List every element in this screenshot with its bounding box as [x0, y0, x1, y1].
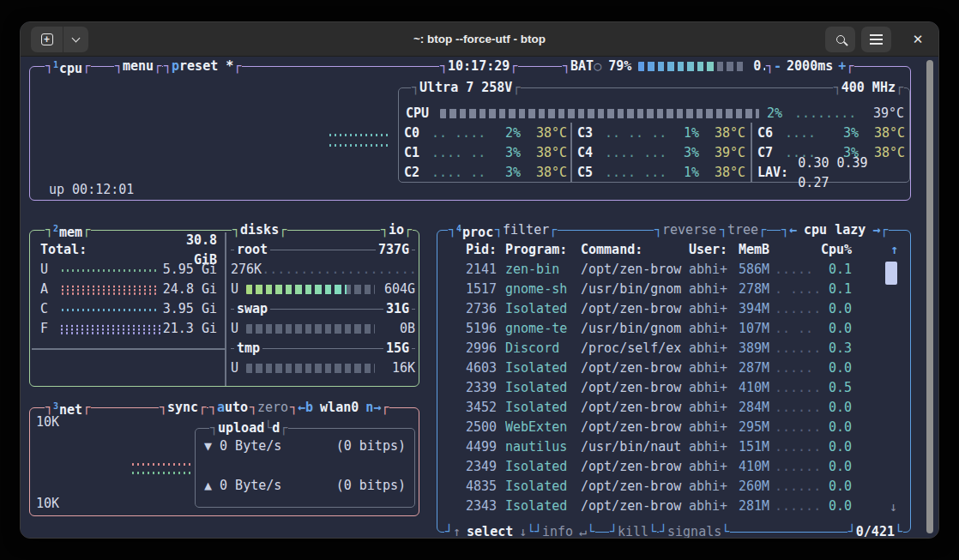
- proc-table: 2141 zen-bin /opt/zen-brow abhi+ 586M ..…: [437, 260, 901, 516]
- core-row: C1.... .... 3%38°C: [404, 143, 567, 163]
- menu-button[interactable]: [861, 27, 891, 52]
- window-title: ~: btop --force-utf - btop: [21, 22, 938, 57]
- mem-free-row: F 21.3 Gi: [40, 319, 217, 339]
- proc-signals-button[interactable]: signals: [659, 522, 730, 539]
- more-below-arrow: ↓: [890, 497, 897, 517]
- process-row[interactable]: 2339 Isolated /opt/zen-brow abhi+ 410M .…: [437, 378, 901, 398]
- cpu-box-label[interactable]: 1cpu: [45, 57, 91, 76]
- core-row: C3.. .. .... 1%38°C: [577, 123, 745, 143]
- cpu-graph: [328, 143, 391, 148]
- net-sync-toggle[interactable]: sync: [159, 398, 207, 418]
- core-row: C6.... ... 3%38°C: [757, 123, 905, 143]
- net-scale-top: 10K: [36, 412, 59, 432]
- mem-cached-graph: [60, 308, 159, 311]
- process-row[interactable]: 2996 Discord /proc/self/ex abhi+ 389M ..…: [437, 339, 901, 358]
- mem-box-label[interactable]: 2mem: [45, 220, 91, 240]
- cpu-box: 1cpu menu preset * 10:17:29 BAT○ 79% 0.0…: [29, 66, 911, 201]
- preset-button[interactable]: preset *: [163, 57, 242, 76]
- process-row[interactable]: 5196 gnome-te /usr/bin/gnom abhi+ 107M .…: [437, 319, 901, 339]
- divider: [751, 123, 752, 182]
- proc-box: 4proc filter reverse tree ← cpu lazy → P…: [437, 230, 911, 533]
- terminal-window: + ~: btop --force-utf - btop ✕ 1cpu menu…: [20, 21, 939, 539]
- proc-info-button[interactable]: info ↵: [534, 522, 595, 539]
- menu-button-btop[interactable]: menu: [114, 57, 162, 76]
- cpu-usage-bar: [440, 109, 759, 118]
- refresh-rate-control[interactable]: - 2000ms +: [765, 57, 854, 76]
- cpu-model-label: Ultra 7 258V: [411, 78, 521, 98]
- disks-label[interactable]: disks: [232, 220, 287, 240]
- mem-total-row: Total: 30.8 GiB: [40, 240, 217, 260]
- terminal-scrollbar[interactable]: [926, 60, 933, 533]
- titlebar: + ~: btop --force-utf - btop ✕: [21, 22, 938, 57]
- mem-box: 2mem disks io Total: 30.8 GiB U 5.95 Gi …: [29, 230, 419, 387]
- battery-bar: [638, 62, 746, 71]
- process-row[interactable]: 2736 Isolated /opt/zen-brow abhi+ 394M .…: [437, 299, 901, 319]
- load-average-row: LAV: 0.30 0.39 0.27: [757, 163, 905, 183]
- net-box: 3net sync auto zero ←b wlan0 n→ 10K 10K: [29, 407, 419, 516]
- process-row[interactable]: 2343 Isolated /opt/zen-brow abhi+ 281M .…: [437, 497, 901, 516]
- net-upload-label[interactable]: upload└d: [209, 418, 288, 438]
- search-icon: [836, 35, 845, 44]
- divider: [32, 348, 225, 350]
- io-toggle[interactable]: io: [380, 220, 413, 240]
- disk-swap-used-bar: [246, 324, 375, 334]
- process-row[interactable]: 2349 Isolated /opt/zen-brow abhi+ 410M .…: [437, 457, 901, 477]
- proc-tree-toggle[interactable]: tree: [719, 220, 767, 240]
- process-row[interactable]: 4499 nautilus /usr/bin/naut abhi+ 151M .…: [437, 437, 901, 457]
- process-row[interactable]: 2141 zen-bin /opt/zen-brow abhi+ 586M ..…: [437, 260, 901, 280]
- core-column-2: C3.. .. .... 1%38°C C4.... .... 3%39°C C…: [577, 123, 745, 183]
- proc-table-header[interactable]: Pid: Program: Command: User: MemB Cpu%: [437, 240, 901, 260]
- cpu-graph: [328, 133, 391, 137]
- proc-sort-selector[interactable]: ← cpu lazy →: [781, 220, 889, 240]
- close-button[interactable]: ✕: [902, 27, 933, 52]
- proc-scrollbar[interactable]: [885, 262, 897, 285]
- process-row[interactable]: 3452 Isolated /opt/zen-brow abhi+ 284M .…: [437, 398, 901, 418]
- core-row: C5.... .... 1%38°C: [577, 163, 745, 183]
- mem-used-graph: [60, 268, 159, 272]
- disk-root-used-row: U 604G: [231, 280, 415, 299]
- mem-cached-row: C 3.95 Gi: [40, 299, 217, 319]
- core-row: C0.. ...... 2%38°C: [404, 123, 567, 143]
- disk-tmp-used-row: U 16K: [231, 358, 415, 378]
- divider: [570, 123, 572, 182]
- process-row[interactable]: 4603 Isolated /opt/zen-brow abhi+ 287M .…: [437, 358, 901, 378]
- cpu-core-panel: Ultra 7 258V 400 MHz CPU 2% .......... 3…: [398, 87, 910, 183]
- mem-free-graph: [59, 324, 160, 334]
- core-row: C4.... .... 3%39°C: [577, 143, 745, 163]
- divider: [225, 232, 226, 386]
- core-column-1: C0.. ...... 2%38°C C1.... .... 3%38°C C2…: [404, 123, 567, 183]
- cpu-total-row: CPU 2% .......... 39°C: [406, 104, 904, 123]
- search-button[interactable]: [825, 27, 855, 52]
- disk-tmp-used-bar: [246, 364, 375, 373]
- disk-swap-used-row: U 0B: [231, 319, 415, 339]
- uptime: up 00:12:01: [49, 180, 134, 200]
- net-upload-graph: [130, 471, 192, 475]
- clock: 10:17:29: [439, 57, 518, 76]
- btop-screen: 1cpu menu preset * 10:17:29 BAT○ 79% 0.0…: [21, 57, 939, 539]
- process-row[interactable]: 1517 gnome-sh /usr/bin/gnom abhi+ 278M .…: [437, 280, 901, 299]
- net-scale-bottom: 10K: [36, 494, 59, 514]
- cpu-frequency: 400 MHz: [833, 78, 904, 98]
- proc-kill-button[interactable]: kill: [609, 522, 657, 539]
- net-download-graph: [130, 462, 192, 467]
- disk-root-free-row: 276K ..............................: [231, 260, 415, 280]
- net-detail-panel: upload└d ▼ 0 Byte/s (0 bitps) ▲ 0 Byte/s…: [195, 428, 415, 508]
- net-interface-switcher[interactable]: ←b wlan0 n→: [289, 398, 389, 418]
- proc-reverse-toggle[interactable]: reverse: [654, 220, 725, 240]
- disk-root-used-bar: [246, 285, 375, 294]
- mem-available-graph: [60, 285, 160, 295]
- mem-available-row: A 24.8 Gi: [40, 280, 217, 299]
- proc-count: 0/421: [847, 522, 903, 539]
- proc-select-control[interactable]: ↑ select ↓: [444, 522, 535, 539]
- mem-used-row: U 5.95 Gi: [40, 260, 217, 280]
- sort-direction-arrow: ↑: [890, 240, 898, 260]
- core-row: C2.... .... 3%38°C: [404, 163, 567, 183]
- process-row[interactable]: 4835 Isolated /opt/zen-brow abhi+ 260M .…: [437, 477, 901, 497]
- proc-filter-button[interactable]: filter: [494, 220, 558, 240]
- process-row[interactable]: 2500 WebExten /opt/zen-brow abhi+ 295M .…: [437, 418, 901, 437]
- net-upload-row: ▲ 0 Byte/s (0 bitps): [204, 476, 406, 496]
- net-download-row: ▼ 0 Byte/s (0 bitps): [204, 437, 406, 456]
